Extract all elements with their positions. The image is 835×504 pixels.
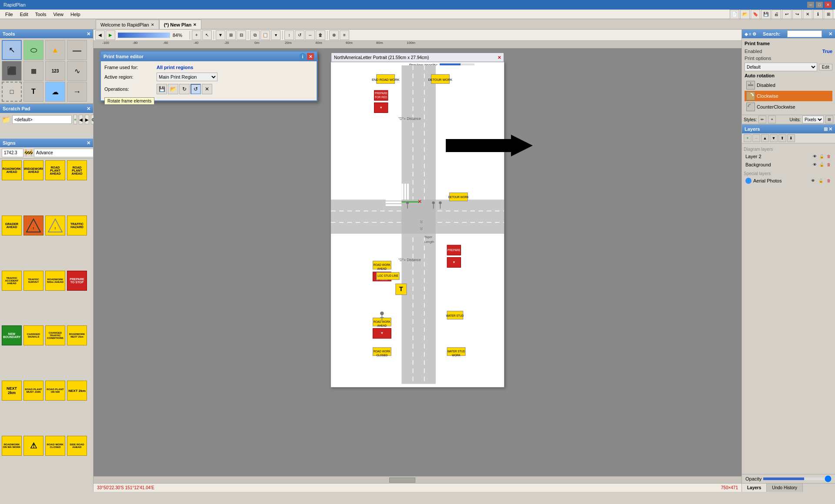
sign-bridgework-ahead[interactable]: BRIDGEWORK AHEAD [23, 160, 43, 180]
scratch-add-btn[interactable]: + [73, 115, 77, 124]
sign-road-plant-ahead2[interactable]: ROAD PLANT AHEAD [67, 160, 87, 180]
aerial-visible-icon[interactable]: 👁 [810, 178, 816, 184]
tool-hatching[interactable]: ▦ [23, 61, 43, 81]
redo-btn[interactable]: ↪ [792, 10, 802, 19]
style-btn1[interactable]: ✏ [758, 116, 766, 123]
style-expand-btn[interactable]: ⊞ [825, 116, 833, 123]
scratch-pad-input[interactable] [12, 115, 72, 124]
sign-road-work-closed[interactable]: ROAD WORK CLOSED [45, 436, 65, 456]
back-btn[interactable]: ◀ [95, 30, 105, 40]
sign-warning-symbol[interactable]: ⚠ [23, 436, 43, 456]
select2-btn[interactable]: ↖ [202, 30, 212, 40]
sign-roadwork-next[interactable]: ROADWORK NEXT 2km [67, 325, 87, 345]
sign-grader-ahead[interactable]: GRADER AHEAD [2, 216, 22, 235]
tool-curve[interactable]: ∿ [67, 61, 87, 81]
copy-btn[interactable]: ⧉ [250, 30, 260, 40]
properties-search[interactable] [787, 30, 822, 37]
op-clear-btn[interactable]: ✕ [202, 84, 212, 94]
move-btn[interactable]: ↕ [284, 30, 294, 40]
layers-close-btn[interactable]: ✕ [828, 126, 832, 132]
signs-search-id[interactable] [2, 149, 23, 157]
aerial-delete-icon[interactable]: 🗑 [825, 178, 832, 184]
dialog-info-btn[interactable]: i [299, 53, 306, 60]
menu-file[interactable]: File [2, 11, 17, 18]
sign-changed-traffic[interactable]: CHANGED TRAFFIC CONDITIONS [45, 325, 65, 345]
layer2-delete-icon[interactable]: 🗑 [825, 153, 832, 159]
table-btn[interactable]: ⊟ [237, 30, 246, 40]
sign-road-plant-500[interactable]: ROAD PLANT ON 500 [45, 381, 65, 401]
dialog-close-btn[interactable]: ✕ [307, 53, 314, 60]
tool-barrier[interactable]: ▬▬ [67, 40, 87, 60]
layer2-visible-icon[interactable]: 👁 [812, 153, 818, 159]
page-close-btn[interactable]: ✕ [498, 55, 501, 60]
sign-traffic-survey[interactable]: TRAFFIC SURVEY [23, 271, 43, 291]
sign-roadwork-ahead[interactable]: ROADWORK AHEAD [2, 160, 22, 180]
snap-btn[interactable]: ⊕ [329, 30, 339, 40]
menu-help[interactable]: Help [67, 11, 84, 18]
close-btn[interactable]: ✕ [825, 2, 832, 8]
sign-roadwork-500m[interactable]: ROADWORK 500m AHEAD [45, 271, 65, 291]
tab-welcome[interactable]: Welcome to RapidPlan ✕ [96, 20, 159, 29]
layer-add-btn[interactable]: + [744, 134, 752, 142]
status-tab-layers[interactable]: Layers [742, 484, 767, 492]
print-options-edit-btn[interactable]: Edit [819, 64, 832, 70]
layer2-lock-icon[interactable]: 🔓 [818, 153, 825, 159]
layers-expand-btn[interactable]: ⊞ [824, 126, 828, 132]
tab-welcome-close[interactable]: ✕ [151, 23, 154, 27]
window-controls[interactable]: ─ □ ✕ [807, 2, 832, 8]
scratch-right-btn[interactable]: ▶ [85, 115, 89, 124]
signs-close[interactable]: ✕ [87, 140, 90, 146]
menu-tools[interactable]: Tools [32, 11, 50, 18]
op-load-btn[interactable]: 📂 [168, 84, 178, 94]
info-btn[interactable]: ℹ [813, 10, 823, 19]
restore-btn[interactable]: □ [816, 2, 823, 8]
layer-delete-btn[interactable]: − [752, 134, 760, 142]
sign-traffic-hazard[interactable]: ! [45, 216, 65, 235]
op-rotate-ccw-btn[interactable]: ↺ [190, 84, 201, 94]
h-scrollbar-thumb[interactable] [389, 477, 415, 483]
tool-arrow[interactable]: → [67, 82, 87, 102]
print-options-select[interactable]: Default [745, 63, 817, 71]
units-select[interactable]: Pixels [802, 116, 824, 123]
tool-road[interactable]: ⬛ [2, 61, 22, 81]
op-save-btn[interactable]: 💾 [157, 84, 167, 94]
tool-text[interactable]: T [23, 82, 43, 102]
opacity-slider-input[interactable] [763, 477, 832, 480]
menu-view[interactable]: View [50, 11, 67, 18]
rotation-clockwise[interactable]: Clockwise [745, 91, 832, 101]
open-btn[interactable]: 📂 [740, 10, 750, 19]
sign-road-plant-must[interactable]: ROAD PLANT MUST JOIN [23, 381, 43, 401]
delete-btn[interactable]: 🗑 [316, 30, 325, 40]
flip-btn[interactable]: ↔ [305, 30, 315, 40]
background-visible-icon[interactable]: 👁 [812, 162, 818, 168]
forward-btn[interactable]: ▶ [106, 30, 115, 40]
print-btn[interactable]: 🖨 [772, 10, 781, 19]
align-btn[interactable]: ≡ [340, 30, 349, 40]
add-btn[interactable]: + [192, 30, 201, 40]
background-lock-icon[interactable]: 🔓 [818, 162, 825, 168]
more-btn[interactable]: ▾ [271, 30, 281, 40]
undo-btn[interactable]: ↩ [782, 10, 792, 19]
tool-cone[interactable]: ▲ [45, 40, 65, 60]
zoom-slider[interactable] [118, 33, 170, 38]
style-btn2[interactable]: + [768, 116, 776, 123]
sign-traffic-hazard-orange[interactable]: ! [23, 216, 43, 235]
sign-new-boundary[interactable]: NEW BOUNDARY [2, 325, 22, 345]
rotate-btn[interactable]: ↺ [295, 30, 304, 40]
rotation-disabled[interactable]: Disabled [745, 80, 832, 90]
sign-next-2km[interactable]: NEXT 2km [2, 381, 22, 401]
tab-new-plan-close[interactable]: ✕ [193, 23, 197, 27]
tool-rect[interactable]: □ [2, 82, 22, 102]
sign-traffic-hazard2[interactable]: TRAFFIC HAZARD [67, 216, 87, 235]
layer-move-up-btn[interactable]: ▲ [761, 134, 769, 142]
layer-move-down-btn[interactable]: ▼ [770, 134, 778, 142]
status-tab-undo[interactable]: Undo History [767, 484, 803, 492]
menu-edit[interactable]: Edit [17, 11, 32, 18]
grid-btn[interactable]: ⊞ [226, 30, 236, 40]
background-delete-icon[interactable]: 🗑 [825, 162, 832, 168]
close2-btn[interactable]: ✕ [803, 10, 812, 19]
save-btn[interactable]: 💾 [761, 10, 771, 19]
paste-btn[interactable]: 📋 [261, 30, 270, 40]
sign-side-road[interactable]: SIDE ROAD AHEAD [67, 436, 87, 456]
scratch-left-btn[interactable]: ◀ [79, 115, 83, 124]
